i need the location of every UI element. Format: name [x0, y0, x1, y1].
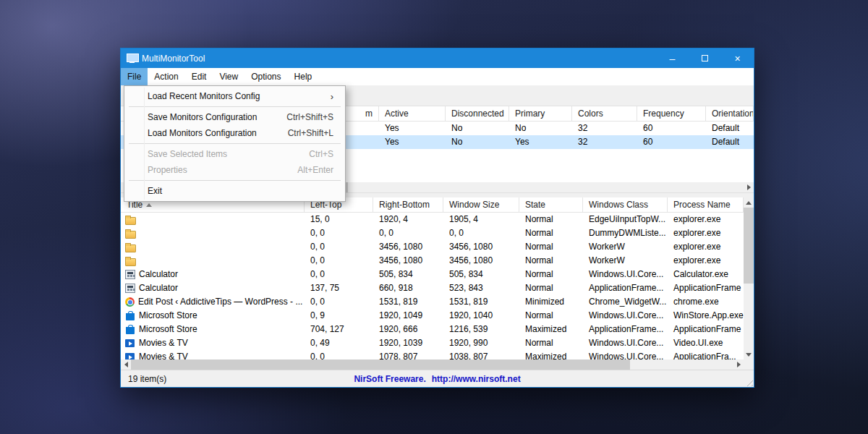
- table-row[interactable]: 15, 0 1920, 4 1905, 4 Normal EdgeUiInput…: [121, 213, 744, 226]
- process-name-cell: explorer.exe: [668, 226, 744, 240]
- chrome-icon: [125, 297, 135, 307]
- column-header-process-name[interactable]: Process Name: [668, 197, 744, 212]
- minimize-button[interactable]: –: [656, 48, 689, 68]
- menu-separator: [129, 106, 341, 107]
- state-cell: Normal: [519, 268, 583, 281]
- monitor-primary: Yes: [509, 135, 572, 149]
- microsoft-store-icon: [125, 311, 135, 320]
- menu-item-load-monitors-configuration[interactable]: Load Monitors Configuration Ctrl+Shift+L: [124, 125, 345, 141]
- window-title-cell: Movies & TV: [139, 336, 188, 350]
- menu-action[interactable]: Action: [148, 68, 184, 85]
- windows-class-cell: Windows.UI.Core...: [583, 309, 668, 323]
- menu-item-save-monitors-configuration[interactable]: Save Monitors Configuration Ctrl+Shift+S: [124, 109, 345, 125]
- scroll-down-button[interactable]: [744, 349, 754, 359]
- movies-tv-icon: [125, 352, 135, 359]
- column-header-frequency[interactable]: Frequency: [637, 106, 706, 121]
- scrollbar-thumb[interactable]: [131, 359, 630, 370]
- column-header-window-size[interactable]: Window Size: [443, 197, 519, 212]
- windows-class-cell: WorkerW: [583, 254, 668, 268]
- shortcut-label: Alt+Enter: [297, 165, 333, 175]
- sort-ascending-icon: [146, 203, 152, 207]
- window-size-cell: 3456, 1080: [443, 240, 519, 254]
- column-header-primary[interactable]: Primary: [509, 106, 572, 121]
- scroll-right-button[interactable]: [744, 182, 754, 192]
- arrow-right-icon: [737, 362, 741, 367]
- window-title-cell: Edit Post ‹ AddictiveTips — WordPress - …: [138, 295, 302, 309]
- right-bottom-cell: 1920, 1049: [373, 309, 443, 323]
- windows-class-cell: Windows.UI.Core...: [583, 268, 668, 281]
- movies-tv-icon: [125, 339, 135, 348]
- process-name-cell: Video.UI.exe: [668, 336, 744, 350]
- window-size-cell: 1531, 819: [443, 295, 519, 309]
- scroll-left-button[interactable]: [121, 359, 131, 370]
- table-row[interactable]: Calculator 137, 75 660, 918 523, 843 Nor…: [121, 281, 744, 295]
- table-row[interactable]: Movies & TV 0, 49 1920, 1039 1920, 990 N…: [121, 336, 744, 350]
- freeware-label: NirSoft Freeware.: [354, 374, 425, 384]
- column-header-orientation[interactable]: Orientation: [706, 106, 754, 121]
- monitor-frequency: 60: [637, 122, 706, 135]
- column-header-colors[interactable]: Colors: [572, 106, 637, 121]
- table-row[interactable]: Microsoft Store 0, 9 1920, 1049 1920, 10…: [121, 309, 744, 323]
- state-cell: Maximized: [519, 323, 583, 336]
- right-bottom-cell: 3456, 1080: [373, 240, 443, 254]
- close-button[interactable]: ×: [721, 48, 754, 68]
- table-row[interactable]: Movies & TV 0, 0 1078, 807 1038, 807 Max…: [121, 350, 744, 359]
- menu-edit[interactable]: Edit: [185, 68, 213, 85]
- state-cell: Minimized: [519, 295, 583, 309]
- menu-view[interactable]: View: [213, 68, 244, 85]
- scroll-up-button[interactable]: [744, 197, 754, 208]
- column-header-disconnected[interactable]: Disconnected: [446, 106, 509, 121]
- nirsoft-url-link[interactable]: http://www.nirsoft.net: [432, 374, 521, 384]
- process-name-cell: ApplicationFrame: [668, 323, 744, 336]
- column-header-active[interactable]: Active: [379, 106, 446, 121]
- shortcut-label: Ctrl+S: [309, 149, 333, 159]
- table-row[interactable]: 0, 0 0, 0 0, 0 Normal DummyDWMListe... e…: [121, 226, 744, 240]
- state-cell: Normal: [519, 281, 583, 295]
- table-row[interactable]: Edit Post ‹ AddictiveTips — WordPress - …: [121, 295, 744, 309]
- table-row[interactable]: 0, 0 3456, 1080 3456, 1080 Normal Worker…: [121, 254, 744, 268]
- state-cell: Normal: [519, 226, 583, 240]
- menu-item-exit[interactable]: Exit: [124, 183, 345, 199]
- column-header-right-bottom[interactable]: Right-Bottom: [373, 197, 443, 212]
- column-header-windows-class[interactable]: Windows Class: [583, 197, 668, 212]
- monitor-colors: 32: [572, 122, 637, 135]
- process-name-cell: explorer.exe: [668, 213, 744, 226]
- menu-item-save-selected-items: Save Selected Items Ctrl+S: [124, 146, 345, 162]
- menu-help[interactable]: Help: [288, 68, 319, 85]
- desktop-wallpaper: MultiMonitorTool – × File Action Edit Vi…: [0, 0, 868, 434]
- window-size-cell: 1920, 990: [443, 336, 519, 350]
- arrow-down-icon: [746, 353, 752, 357]
- windows-class-cell: ApplicationFrame...: [583, 281, 668, 295]
- scrollbar-thumb[interactable]: [744, 208, 754, 284]
- file-menu-popup: Load Recent Monitors Config › Save Monit…: [124, 85, 346, 202]
- maximize-button[interactable]: [689, 48, 721, 68]
- left-top-cell: 0, 9: [305, 309, 373, 323]
- scroll-right-button[interactable]: [733, 359, 744, 370]
- menu-item-load-recent-monitors-config[interactable]: Load Recent Monitors Config ›: [124, 88, 345, 104]
- monitor-colors: 32: [572, 135, 637, 149]
- state-cell: Normal: [519, 254, 583, 268]
- titlebar[interactable]: MultiMonitorTool – ×: [121, 48, 754, 68]
- right-bottom-cell: 1531, 819: [373, 295, 443, 309]
- table-row[interactable]: Calculator 0, 0 505, 834 505, 834 Normal…: [121, 268, 744, 281]
- process-name-cell: WinStore.App.exe: [668, 309, 744, 323]
- monitor-disconnected: No: [446, 135, 509, 149]
- table-row[interactable]: 0, 0 3456, 1080 3456, 1080 Normal Worker…: [121, 240, 744, 254]
- vertical-scrollbar[interactable]: [744, 197, 754, 359]
- state-cell: Normal: [519, 213, 583, 226]
- windows-class-cell: Windows.UI.Core...: [583, 336, 668, 350]
- window-title: MultiMonitorTool: [142, 54, 656, 64]
- monitor-frequency: 60: [637, 135, 706, 149]
- left-top-cell: 137, 75: [305, 281, 373, 295]
- status-bar: 19 item(s) NirSoft Freeware.http://www.n…: [121, 370, 754, 387]
- windows-horizontal-scrollbar[interactable]: [121, 359, 744, 370]
- menu-separator: [129, 143, 341, 144]
- table-row[interactable]: Microsoft Store 704, 127 1920, 666 1216,…: [121, 323, 744, 336]
- menu-options[interactable]: Options: [244, 68, 287, 85]
- menu-file[interactable]: File: [121, 68, 148, 85]
- arrow-right-icon: [747, 184, 751, 190]
- column-header-state[interactable]: State: [519, 197, 583, 212]
- process-name-cell: chrome.exe: [668, 295, 744, 309]
- window-size-cell: 523, 843: [443, 281, 519, 295]
- menu-bar: File Action Edit View Options Help: [121, 68, 754, 85]
